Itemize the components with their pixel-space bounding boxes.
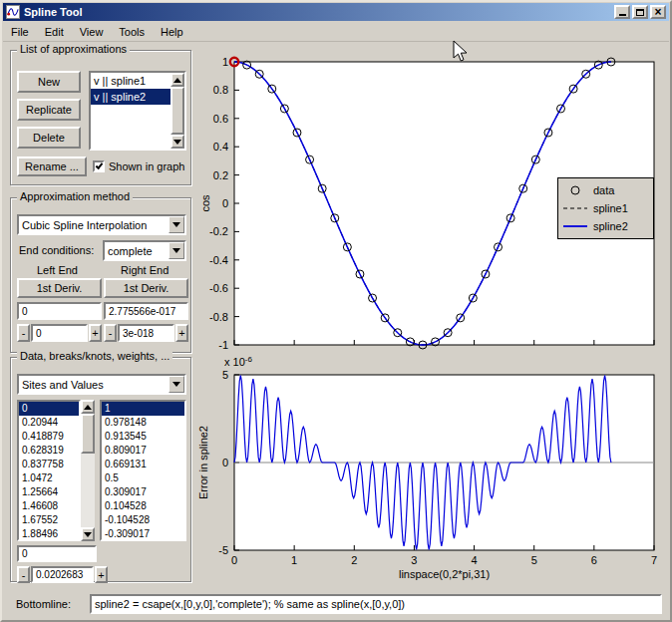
bottomline-field[interactable]: spline2 = csape(x,[0,y,0],'complete'); %… (90, 594, 662, 614)
titlebar[interactable]: Spline Tool × (3, 3, 669, 21)
list-item[interactable]: 0.628319 (19, 444, 79, 458)
plot-legend[interactable]: data spline1 spline2 (557, 177, 654, 239)
legend-entry-spline1[interactable]: spline1 (562, 200, 649, 216)
chevron-down-icon (172, 222, 180, 227)
group-title: List of approximations (17, 43, 130, 55)
scrollbar-thumb[interactable] (170, 87, 184, 135)
window-title: Spline Tool (24, 6, 610, 18)
end-conditions-value: complete (105, 245, 168, 257)
left-increment-field[interactable]: 0 (31, 324, 88, 342)
menu-view[interactable]: View (72, 23, 112, 41)
list-item[interactable]: 1.25664 (19, 485, 79, 499)
y-tick-label: 0.2 (213, 169, 228, 181)
menu-edit[interactable]: Edit (37, 23, 72, 41)
arrow-up-icon (84, 405, 92, 410)
right-end-derivative-button[interactable]: 1st Deriv. (104, 278, 188, 298)
approximations-listbox[interactable]: v || spline1v || spline2 (89, 71, 186, 151)
close-icon: × (654, 7, 661, 17)
maximize-button[interactable] (632, 5, 648, 19)
check-icon (96, 161, 104, 169)
list-item[interactable]: 1.0472 (19, 471, 79, 485)
right-end-value-field[interactable]: 2.775566e-017 (104, 302, 188, 320)
data-view-select[interactable]: Sites and Values (17, 374, 186, 395)
sites-scrollbar[interactable] (81, 400, 95, 541)
site-decrement-button[interactable]: - (17, 566, 30, 583)
y-tick-label: -0.6 (209, 282, 228, 294)
list-item[interactable]: -0.104528 (102, 513, 184, 527)
dropdown-button[interactable] (168, 242, 184, 259)
site-edit-field[interactable]: 0 (17, 545, 97, 562)
menu-file[interactable]: File (3, 23, 37, 41)
list-item[interactable]: 0.837758 (19, 458, 79, 471)
site-increment-field[interactable]: 0.0202683 (31, 566, 94, 583)
list-item[interactable]: 0.913545 (102, 430, 184, 444)
list-item[interactable]: 0.978148 (102, 416, 184, 430)
scroll-up-button[interactable] (170, 73, 184, 87)
arrow-up-icon (173, 78, 181, 83)
scroll-down-button[interactable] (170, 135, 184, 149)
menu-tools[interactable]: Tools (111, 23, 153, 41)
legend-entry-spline2[interactable]: spline2 (562, 218, 649, 234)
y-axis-label: cos (199, 194, 211, 212)
menu-help[interactable]: Help (153, 23, 191, 41)
legend-marker-data-icon (562, 184, 588, 196)
error-plot[interactable]: 01234567-505Error in spline2linspace(0,2… (193, 351, 668, 582)
left-decrement-button[interactable]: - (17, 324, 30, 342)
left-end-derivative-button[interactable]: 1st Deriv. (17, 278, 102, 298)
dropdown-button[interactable] (168, 216, 184, 233)
list-item[interactable]: 0.104528 (102, 499, 184, 513)
chevron-down-icon (172, 382, 180, 387)
approx-list-scrollbar[interactable] (170, 73, 184, 149)
right-decrement-button[interactable]: - (104, 324, 117, 342)
legend-dashed-line-icon (562, 202, 588, 214)
y-tick-label: 0.4 (213, 141, 228, 153)
y-tick-label: 5 (222, 369, 228, 381)
scroll-down-button[interactable] (81, 527, 95, 541)
close-button[interactable]: × (650, 5, 666, 19)
right-increment-field[interactable]: 3e-018 (118, 324, 174, 342)
replicate-button[interactable]: Replicate (17, 99, 81, 121)
site-increment-button[interactable]: + (95, 566, 108, 583)
shown-in-graph-checkbox[interactable] (93, 160, 105, 172)
new-button[interactable]: New (17, 71, 81, 93)
list-item[interactable]: v || spline1 (91, 73, 170, 89)
values-listbox[interactable]: 10.9781480.9135450.8090170.6691310.50.30… (100, 400, 186, 541)
end-conditions-select[interactable]: complete (103, 240, 186, 261)
list-item[interactable]: 1 (102, 402, 184, 416)
list-item[interactable]: 0.669131 (102, 458, 184, 471)
dropdown-button[interactable] (168, 376, 184, 393)
list-item[interactable]: 0.418879 (19, 430, 79, 444)
list-item[interactable]: -0.309017 (102, 527, 184, 541)
list-item[interactable]: 0.20944 (19, 416, 79, 430)
values-list: 10.9781480.9135450.8090170.6691310.50.30… (102, 402, 184, 541)
delete-button[interactable]: Delete (17, 127, 81, 149)
approximations-list: v || spline1v || spline2 (91, 73, 170, 105)
data-view-value: Sites and Values (19, 379, 168, 391)
x-tick-label: 1 (291, 554, 297, 566)
y-tick-label: -0.4 (209, 254, 228, 266)
method-select[interactable]: Cubic Spline Interpolation (17, 214, 186, 235)
scroll-up-button[interactable] (81, 400, 95, 414)
list-item[interactable]: 1.46608 (19, 499, 79, 513)
arrow-down-icon (84, 532, 92, 537)
x-tick-label: 2 (351, 554, 357, 566)
scrollbar-thumb[interactable] (81, 414, 95, 454)
legend-entry-data[interactable]: data (562, 182, 649, 198)
minimize-button[interactable] (614, 5, 630, 19)
y-axis-label: Error in spline2 (197, 426, 209, 499)
list-item[interactable]: 0.309017 (102, 485, 184, 499)
y-tick-label: -0.2 (209, 225, 228, 237)
list-item[interactable]: 1.88496 (19, 527, 79, 541)
app-icon (6, 5, 20, 19)
list-item[interactable]: v || spline2 (91, 89, 170, 105)
right-increment-button[interactable]: + (175, 324, 188, 342)
list-item[interactable]: 0.809017 (102, 444, 184, 458)
list-item[interactable]: 0 (19, 402, 79, 416)
list-item[interactable]: 0.5 (102, 471, 184, 485)
sites-listbox[interactable]: 00.209440.4188790.6283190.8377581.04721.… (17, 400, 81, 541)
rename-button[interactable]: Rename ... (17, 156, 87, 176)
list-item[interactable]: 1.67552 (19, 513, 79, 527)
left-increment-button[interactable]: + (89, 324, 102, 342)
maximize-icon (636, 9, 644, 16)
left-end-value-field[interactable]: 0 (17, 302, 102, 320)
